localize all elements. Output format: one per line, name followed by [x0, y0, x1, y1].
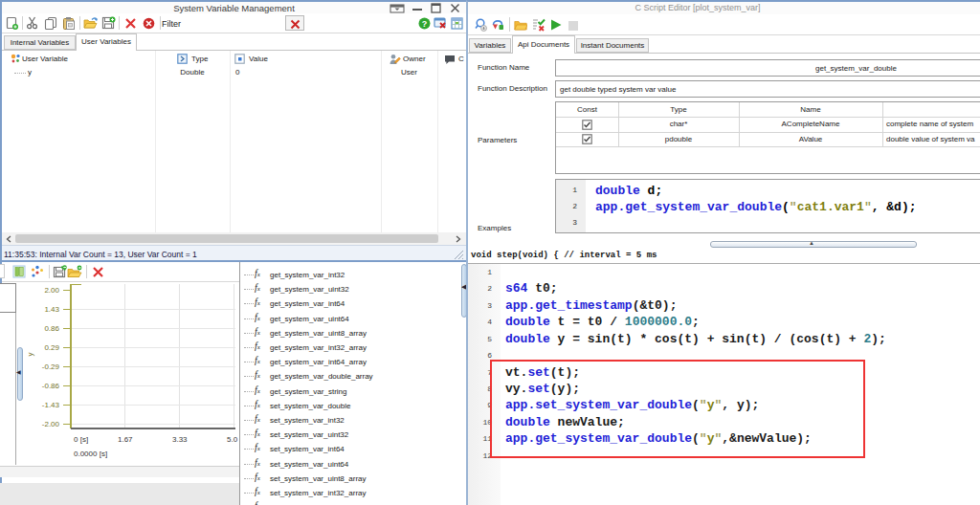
svg-text:?: ?: [422, 19, 428, 29]
